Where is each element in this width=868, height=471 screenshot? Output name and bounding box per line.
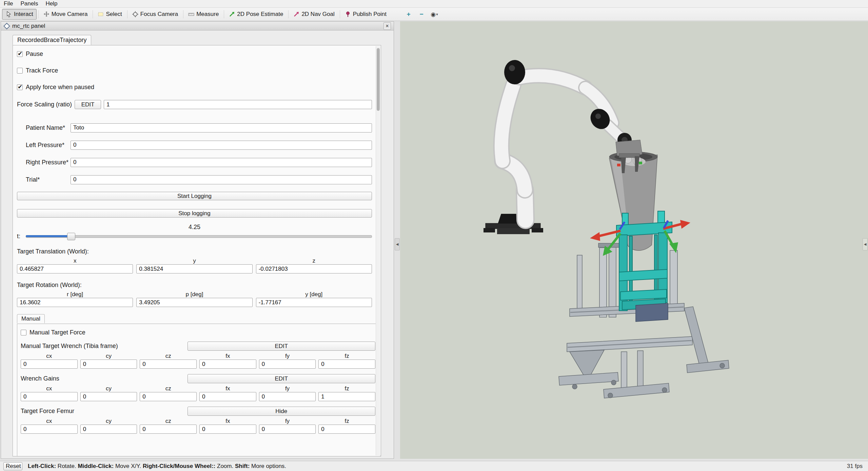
wrench-cx-input[interactable] (21, 360, 78, 369)
gains-fz-input[interactable] (318, 392, 375, 401)
manual-target-force-checkbox[interactable] (21, 330, 26, 335)
column-header-fx: fx (199, 385, 256, 392)
field-label: Patient Name* (26, 124, 71, 131)
rotation-p-input[interactable] (136, 298, 252, 307)
patient-name-input[interactable] (71, 123, 372, 132)
femur-fx-input[interactable] (199, 425, 256, 434)
right-dock-collapse-handle[interactable]: ◀ (863, 238, 868, 250)
minus-icon: − (419, 11, 423, 18)
tab-manual[interactable]: Manual (17, 314, 45, 323)
panel-close-button[interactable]: × (383, 22, 391, 30)
femur-cz-input[interactable] (140, 425, 197, 434)
translation-x-input[interactable] (17, 264, 133, 273)
help-segment: Right-Click/Mouse Wheel:: (143, 463, 215, 469)
select-box-icon (97, 11, 104, 18)
gains-fy-input[interactable] (259, 392, 316, 401)
slider-handle[interactable] (67, 233, 75, 240)
panel-diamond-icon (3, 23, 10, 29)
remove-tool-button[interactable]: − (415, 9, 428, 19)
wrench-fx-input[interactable] (199, 360, 256, 369)
femur-headers: cx cy cz fx fy fz (21, 418, 375, 425)
manual-tab-widget: Manual Manual Target Force Manual Target… (17, 314, 380, 456)
trial-input[interactable] (71, 175, 372, 184)
robot-arm (484, 60, 642, 234)
force-scaling-edit-button[interactable]: EDIT (75, 100, 101, 109)
femur-fz-input[interactable] (318, 425, 375, 434)
stop-logging-button[interactable]: Stop logging (17, 209, 372, 218)
column-header-r: r [deg] (17, 291, 133, 298)
femur-fy-input[interactable] (259, 425, 316, 434)
femur-inputs (21, 425, 375, 434)
tool-label: Select (106, 11, 122, 18)
wrench-gains-edit-button[interactable]: EDIT (188, 374, 375, 383)
gains-cx-input[interactable] (21, 392, 78, 401)
tool-2d-nav-goal[interactable]: 2D Nav Goal (290, 9, 338, 20)
column-header-fy: fy (259, 418, 316, 425)
scrollbar-thumb[interactable] (377, 48, 380, 111)
column-header-cx: cx (21, 353, 78, 360)
panel-title-bar[interactable]: mc_rtc panel × (1, 22, 394, 30)
column-header-cz: cz (140, 385, 197, 392)
rotation-headers: r [deg] p [deg] y [deg] (17, 291, 372, 298)
left-pressure-row: Left Pressure* (17, 140, 372, 150)
tab-recorded-brace-trajectory[interactable]: RecordedBraceTrajectory (13, 35, 91, 45)
panel-scrollbar[interactable] (376, 46, 380, 455)
tool-label: Focus Camera (140, 11, 178, 18)
toolbar-separator (288, 10, 289, 18)
menu-item-panels[interactable]: Panels (17, 0, 42, 7)
right-pressure-input[interactable] (71, 158, 372, 167)
help-segment: Left-Click: (28, 463, 56, 469)
wrench-fy-input[interactable] (259, 360, 316, 369)
force-scaling-input[interactable] (104, 100, 372, 109)
wrench-cz-input[interactable] (140, 360, 197, 369)
column-header-cz: cz (140, 418, 197, 425)
rotation-r-input[interactable] (17, 298, 133, 307)
apply-force-checkbox[interactable] (17, 84, 23, 90)
plus-icon: + (407, 11, 410, 18)
menu-item-help[interactable]: Help (42, 0, 61, 7)
gains-fx-input[interactable] (199, 392, 256, 401)
menu-item-file[interactable]: File (0, 0, 17, 7)
dock-splitter[interactable]: ◀ (394, 21, 400, 459)
pause-checkbox[interactable] (17, 51, 23, 57)
tool-move-camera[interactable]: Move Camera (40, 9, 91, 20)
wrench-cy-input[interactable] (80, 360, 137, 369)
track-force-checkbox[interactable] (17, 68, 23, 74)
translation-z-input[interactable] (256, 264, 372, 273)
reset-button[interactable]: Reset (3, 462, 22, 470)
manual-target-wrench-edit-button[interactable]: EDIT (188, 342, 375, 351)
wrench-fz-input[interactable] (318, 360, 375, 369)
patient-name-row: Patient Name* (17, 123, 372, 133)
manual-tab-bar: Manual (17, 314, 380, 324)
help-segment: Rotate. (56, 463, 78, 469)
camera-type-button[interactable]: ◉ ▾ (428, 9, 441, 19)
help-segment: Middle-Click: (78, 463, 114, 469)
femur-cx-input[interactable] (21, 425, 78, 434)
time-slider[interactable] (26, 232, 372, 240)
tool-2d-pose-estimate[interactable]: 2D Pose Estimate (225, 9, 287, 20)
panel-collapse-handle[interactable]: ◀ (395, 238, 400, 250)
3d-viewport[interactable]: ◀ (400, 21, 868, 459)
gains-cy-input[interactable] (80, 392, 137, 401)
tool-measure[interactable]: Measure (184, 9, 222, 20)
gains-cz-input[interactable] (140, 392, 197, 401)
menu-bar: File Panels Help (0, 0, 868, 8)
force-scaling-label: Force Scaling (ratio) (17, 101, 72, 108)
femur-cy-input[interactable] (80, 425, 137, 434)
add-tool-button[interactable]: + (402, 9, 415, 19)
force-scaling-row: Force Scaling (ratio) EDIT (17, 100, 372, 109)
tool-interact[interactable]: Interact (2, 9, 37, 20)
tool-focus-camera[interactable]: Focus Camera (129, 9, 181, 20)
target-force-femur-hide-button[interactable]: Hide (188, 407, 375, 416)
tool-publish-point[interactable]: Publish Point (341, 9, 390, 20)
robot-scene (400, 21, 868, 459)
left-pressure-input[interactable] (71, 141, 372, 150)
rotation-y-input[interactable] (256, 298, 372, 307)
start-logging-button[interactable]: Start Logging (17, 192, 372, 200)
time-slider-row: t: (17, 232, 372, 240)
chevron-down-icon: ▾ (436, 12, 438, 17)
tool-select[interactable]: Select (94, 9, 125, 20)
statusbar-help-text: Left-Click: Rotate. Middle-Click: Move X… (28, 463, 847, 470)
translation-y-input[interactable] (136, 264, 252, 273)
nav-goal-arrow-icon (293, 11, 300, 18)
